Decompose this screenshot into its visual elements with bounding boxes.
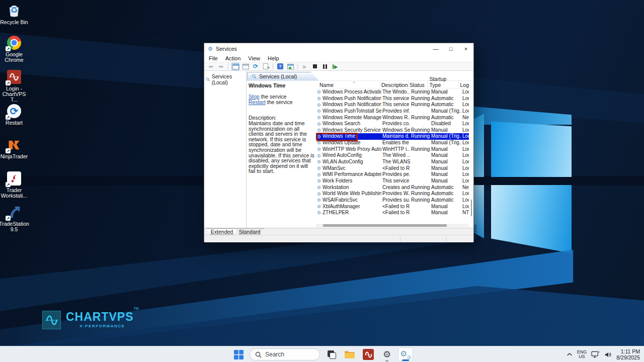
cell-startup-type: Manual (430, 165, 461, 172)
column-header-status[interactable]: Status (409, 81, 428, 88)
service-row[interactable]: ⚙WorkstationCreates and...RunningAutomat… (316, 185, 469, 191)
cell-description: Windows R... (381, 115, 410, 121)
cell-description: Provides inf... (381, 108, 410, 115)
menu-help[interactable]: Help (268, 55, 279, 61)
cell-log-on-as: Loc (461, 121, 469, 127)
cell-log-on-as: Net (461, 115, 469, 121)
vertical-scrollbar-thumb[interactable] (471, 200, 472, 216)
service-row[interactable]: ⚙Windows Push Notification...This servic… (316, 96, 469, 102)
tree-item-services-local[interactable]: Services (Local) (204, 72, 246, 86)
search-placeholder: Search (265, 351, 284, 358)
service-row[interactable]: ⚙Windows SearchProvides co...DisabledLoc (316, 121, 469, 127)
trademark-symbol: TM (134, 307, 139, 310)
back-button[interactable]: ⬅ (207, 63, 215, 70)
stop-service-button[interactable] (311, 63, 319, 70)
service-row[interactable]: ⚙Windows Push Notification...This servic… (316, 102, 469, 108)
cell-startup-type: Automatic (430, 185, 461, 191)
start-service-button[interactable]: ▶ (301, 63, 309, 70)
desktop-icon-restart[interactable]: ⟳ ↗ Restart (0, 104, 28, 126)
desktop-icon-label: Restart (6, 120, 23, 126)
desktop-icon-trader-workstation[interactable]: ↗ Trader Workstati... (0, 171, 28, 199)
file-explorer-button[interactable] (342, 347, 357, 361)
service-row[interactable]: ⚙XblAuthManager<Failed to R...ManualLoc (316, 204, 469, 210)
service-icon: ⚙ (316, 159, 323, 164)
services-taskbar-button[interactable]: ⚙⚙ (398, 347, 413, 361)
service-icon: ⚙ (316, 204, 323, 209)
cell-description: This service ... (381, 102, 410, 108)
cell-name: Windows Remote Manage... (323, 115, 381, 121)
desktop-icon-ninjatrader[interactable]: ↗ NinjaTrader (0, 137, 28, 159)
service-row[interactable]: ⚙Wired AutoConfigThe Wired ...ManualLoc (316, 152, 469, 159)
services-list: Name Description Status Startup Type Log… (316, 81, 469, 216)
settings-button[interactable]: ⚙ (379, 347, 394, 361)
restart-service-link[interactable]: Restart (249, 99, 266, 105)
maximize-button[interactable]: □ (443, 43, 458, 54)
service-row[interactable]: ⚙WManSvc<Failed to R...ManualLoc (316, 165, 469, 172)
task-view-button[interactable] (324, 347, 339, 361)
service-row[interactable]: ⚙World Wide Web Publishin...Provides W..… (316, 191, 469, 197)
close-button[interactable]: × (458, 43, 473, 54)
pause-service-button[interactable] (321, 63, 329, 70)
start-button[interactable] (231, 347, 246, 361)
restart-icon: ⟳ ↗ (7, 104, 22, 119)
minimize-button[interactable]: — (428, 43, 443, 54)
window-titlebar[interactable]: ⚙ Services — □ × (204, 43, 473, 54)
desktop-icon-tradestation[interactable]: ↗ TradeStation 9.5 (0, 205, 28, 232)
chartvps-icon (363, 349, 374, 360)
service-row[interactable]: ⚙ZTHELPER<Failed to R...ManualNT... (316, 210, 469, 216)
chartvps-app-button[interactable] (361, 347, 376, 361)
service-row[interactable]: ⚙WMI Performance AdapterProvides pe...Ma… (316, 171, 469, 178)
cell-startup-type: Manual (430, 152, 461, 159)
desktop-icon-login-chartvps[interactable]: ↗ Login - ChartVPS T... (0, 69, 28, 103)
pane-tab-services-local[interactable]: Services (Local) (247, 72, 318, 80)
menu-view[interactable]: View (248, 55, 260, 61)
chartvps-watermark: CHARTVPSTM X-PERFORMANCE (42, 311, 139, 329)
service-row[interactable]: ⚙Windows PushToInstall Serv...Provides i… (316, 108, 469, 115)
show-console-tree-button[interactable] (231, 63, 239, 70)
hidden-icons-chevron[interactable] (567, 352, 573, 356)
cell-startup-type: Manual (430, 146, 461, 153)
service-icon: ⚙ (316, 172, 323, 177)
horizontal-scrollbar-thumb[interactable] (323, 224, 447, 227)
cell-log-on-as: Loc (461, 152, 469, 159)
desktop-icon-google-chrome[interactable]: ↗ Google Chrome (0, 35, 28, 63)
cell-startup-type: Automatic (430, 96, 461, 102)
refresh-button[interactable]: ⟳ (252, 63, 260, 70)
desktop-icon-recycle-bin[interactable]: ♻ Recycle Bin (0, 3, 28, 25)
volume-icon[interactable] (604, 351, 612, 358)
shortcut-arrow-icon: ↗ (6, 182, 11, 187)
column-header-description[interactable]: Description (380, 81, 409, 88)
export-list-button[interactable] (262, 63, 270, 70)
column-header-startup-type[interactable]: Startup Type (428, 81, 459, 88)
vertical-scrollbar[interactable] (470, 81, 473, 224)
network-icon[interactable] (591, 351, 600, 358)
tab-standard[interactable]: Standard (235, 228, 264, 235)
search-input[interactable]: Search (250, 348, 320, 360)
service-row[interactable]: ⚙WinHTTP Web Proxy Auto-...WinHTTP i...R… (316, 146, 469, 153)
help-button[interactable]: ? (276, 63, 284, 70)
cell-log-on-as: Loc (461, 191, 469, 197)
export-button[interactable] (242, 63, 250, 70)
column-header-log-on-as[interactable]: Log (459, 81, 469, 88)
menu-action[interactable]: Action (225, 55, 241, 61)
tab-extended[interactable]: Extended (206, 228, 237, 235)
restart-service-button[interactable]: ▶ (331, 63, 339, 70)
service-row[interactable]: ⚙WLAN AutoConfigThe WLANS...ManualLoc (316, 159, 469, 165)
service-row[interactable]: ⚙Windows Remote Manage...Windows R...Run… (316, 115, 469, 121)
cell-log-on-as: Loc (461, 171, 469, 178)
clock[interactable]: 1:11 PM 8/29/2025 (616, 348, 640, 360)
forward-button[interactable]: ➡ (217, 63, 225, 70)
horizontal-scrollbar[interactable] (316, 224, 469, 227)
search-icon (255, 351, 262, 358)
language-indicator[interactable]: ENG US (577, 350, 587, 359)
properties-button[interactable] (286, 63, 294, 70)
cell-description: Maintains d... (381, 133, 410, 140)
column-header-name[interactable]: Name (316, 81, 380, 88)
cell-startup-type: Manual (430, 89, 461, 96)
menu-file[interactable]: File (209, 55, 218, 61)
cell-status: Running (410, 191, 430, 197)
service-row[interactable]: ⚙Windows Process Activatio...The Windo..… (316, 89, 469, 96)
service-row[interactable]: ⚙Work FoldersThis service ...ManualLoc (316, 178, 469, 185)
service-row[interactable]: ⚙WSAIFabricSvcProvides su...RunningAutom… (316, 197, 469, 204)
cell-name: WMI Performance Adapter (323, 171, 381, 178)
